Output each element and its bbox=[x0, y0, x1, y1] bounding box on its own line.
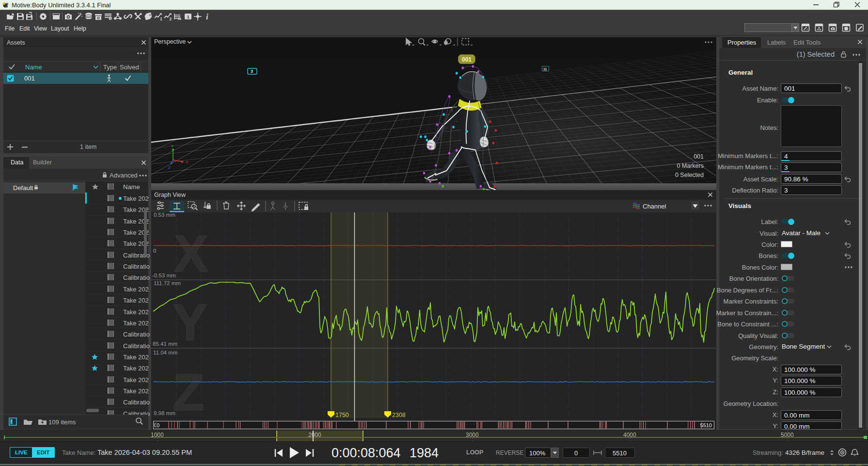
svg-text:0: 0 bbox=[157, 422, 159, 428]
svg-text:9.98 mm: 9.98 mm bbox=[154, 410, 175, 416]
svg-text:5510: 5510 bbox=[700, 422, 712, 428]
svg-text:Z: Z bbox=[173, 363, 205, 421]
svg-text:0.53 mm: 0.53 mm bbox=[154, 212, 175, 218]
svg-text:11.04 mm: 11.04 mm bbox=[153, 350, 177, 355]
svg-text:X: X bbox=[186, 160, 189, 164]
svg-text:111.72 mm: 111.72 mm bbox=[154, 280, 181, 286]
svg-text:1750: 1750 bbox=[335, 412, 349, 418]
svg-text:Y: Y bbox=[171, 145, 174, 148]
svg-text:i: i bbox=[206, 12, 208, 21]
svg-text:X: X bbox=[174, 224, 208, 283]
svg-text:2308: 2308 bbox=[392, 412, 406, 418]
svg-text:1: 1 bbox=[187, 14, 190, 19]
svg-text:-0.53 mm: -0.53 mm bbox=[152, 273, 176, 278]
svg-text:0: 0 bbox=[153, 248, 156, 254]
svg-text:2: 2 bbox=[170, 16, 172, 21]
svg-text:Z: Z bbox=[168, 165, 171, 170]
svg-text:1: 1 bbox=[160, 16, 162, 21]
svg-text:Y: Y bbox=[173, 293, 207, 352]
svg-text:85.41 mm: 85.41 mm bbox=[153, 341, 177, 347]
